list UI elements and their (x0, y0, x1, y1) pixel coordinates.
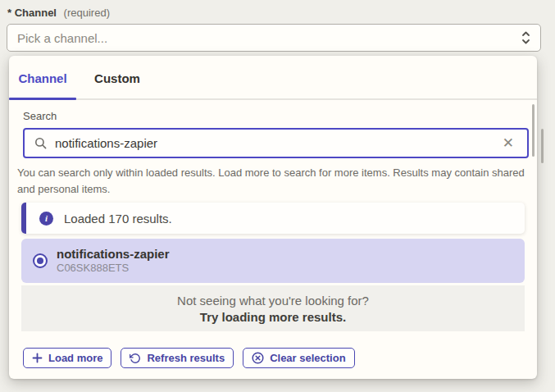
search-box: ✕ (23, 128, 529, 158)
result-subtitle: C06SK888ETS (57, 262, 170, 275)
result-title: notifications-zapier (57, 247, 170, 262)
banner-text: Loaded 170 results. (64, 212, 172, 226)
refresh-results-button[interactable]: Refresh results (121, 348, 234, 368)
tabs: Channel Custom (9, 56, 537, 100)
search-input[interactable] (55, 136, 499, 150)
tab-custom[interactable]: Custom (86, 56, 148, 100)
channel-dropdown-panel: Channel Custom Search ✕ You can search o… (9, 56, 537, 379)
footer-actions: Load more Refresh results (23, 348, 355, 368)
plus-icon (32, 353, 43, 363)
chevron-updown-icon (521, 30, 530, 45)
page-scrollbar-thumb[interactable] (541, 129, 544, 163)
dropdown-scrollbar-thumb[interactable] (532, 104, 535, 157)
clear-circle-icon (252, 352, 264, 364)
channel-picker: * Channel (required) Pick a channel... C… (0, 0, 555, 392)
search-help-text: You can search only within loaded result… (17, 165, 525, 198)
radio-selected-icon[interactable] (33, 253, 48, 268)
clear-selection-button[interactable]: Clear selection (243, 348, 355, 368)
info-icon: i (39, 212, 53, 226)
not-seeing-hint: Not seeing what you're looking for? Try … (21, 285, 525, 331)
field-label: * Channel (required) (7, 7, 110, 19)
refresh-icon (130, 353, 141, 364)
result-row[interactable]: notifications-zapier C06SK888ETS (21, 239, 525, 283)
hint-line1: Not seeing what you're looking for? (177, 294, 369, 308)
tab-channel[interactable]: Channel (9, 56, 76, 100)
tabs-divider (9, 98, 537, 100)
search-label: Search (23, 110, 57, 122)
required-text: (required) (64, 7, 110, 19)
channel-select[interactable]: Pick a channel... (7, 24, 541, 52)
field-label-text: * Channel (7, 7, 57, 19)
active-tab-underline (9, 98, 76, 100)
banner-accent-bar (21, 203, 26, 234)
select-placeholder: Pick a channel... (17, 31, 521, 45)
load-more-button[interactable]: Load more (23, 348, 111, 368)
search-icon (34, 137, 47, 149)
loaded-results-banner: i Loaded 170 results. (21, 203, 525, 234)
hint-try-loading-link[interactable]: Try loading more results. (200, 310, 346, 324)
search-clear-icon[interactable]: ✕ (499, 134, 517, 152)
